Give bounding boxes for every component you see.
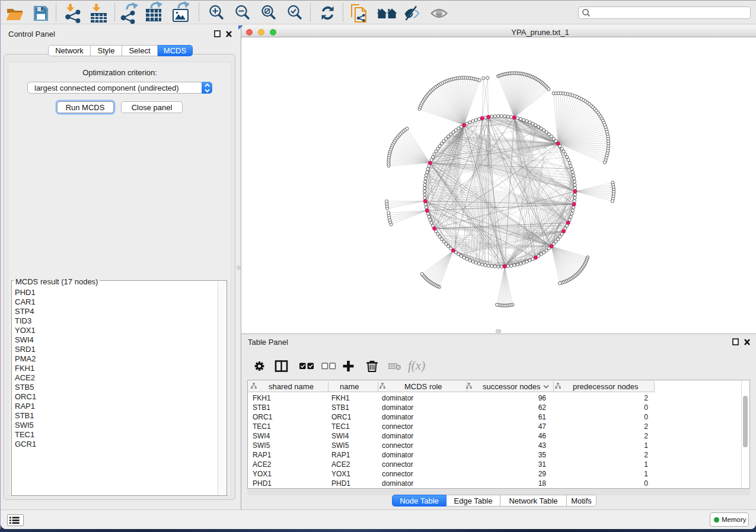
svg-text:f(x): f(x) bbox=[408, 358, 425, 373]
